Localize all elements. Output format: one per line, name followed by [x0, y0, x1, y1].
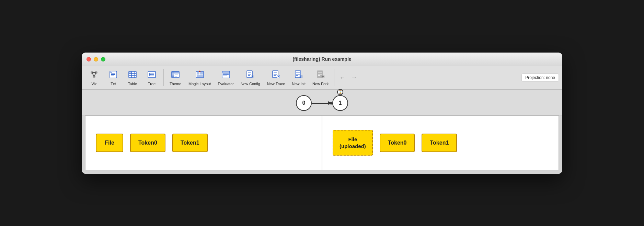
canvas-panel-left: File Token0 Token1: [85, 115, 322, 170]
txt-label: Txt: [111, 82, 116, 86]
arrow-right-button[interactable]: →: [349, 72, 359, 83]
canvas-panel-right: File(uploaded) Token0 Token1: [322, 115, 559, 170]
new-fork-icon: [316, 70, 325, 81]
svg-rect-29: [175, 76, 177, 77]
close-button[interactable]: [87, 57, 91, 61]
magic-layout-label: Magic Layout: [188, 82, 211, 86]
new-trace-label: New Trace: [267, 82, 285, 86]
main-window: (filesharing) Run example Viz: [82, 53, 562, 174]
new-config-label: New Config: [241, 82, 260, 86]
new-init-button[interactable]: i New Init: [289, 68, 308, 87]
svg-rect-32: [200, 72, 203, 75]
separator-2: [334, 69, 334, 86]
token-token1-left[interactable]: Token1: [172, 134, 208, 152]
token-file-right[interactable]: File(uploaded): [333, 130, 373, 156]
new-fork-label: New Fork: [312, 82, 329, 86]
state-node-1-wrapper: ⌛ 1: [332, 95, 348, 111]
theme-icon: [171, 70, 180, 81]
toolbar: Viz A Txt: [82, 66, 562, 90]
viz-label: Viz: [91, 82, 96, 86]
arrow-right-icon: →: [351, 74, 357, 81]
svg-marker-68: [328, 101, 332, 105]
token-token0-left[interactable]: Token0: [130, 134, 165, 152]
theme-label: Theme: [170, 82, 181, 86]
txt-button[interactable]: A Txt: [104, 68, 122, 87]
viz-icon: [89, 70, 99, 81]
state-node-1[interactable]: 1: [332, 95, 348, 111]
theme-button[interactable]: Theme: [166, 68, 184, 87]
token-token0-right[interactable]: Token0: [380, 134, 415, 152]
new-fork-button[interactable]: New Fork: [310, 68, 331, 87]
svg-text:i: i: [300, 76, 301, 78]
evaluator-icon: [221, 70, 231, 81]
tree-button[interactable]: Tree: [143, 68, 161, 87]
new-init-icon: i: [294, 70, 303, 81]
new-trace-button[interactable]: New Trace: [264, 68, 288, 87]
token-token1-right[interactable]: Token1: [422, 134, 457, 152]
tree-icon: [147, 70, 157, 81]
evaluator-button[interactable]: Evaluator: [215, 68, 236, 87]
traffic-lights: [87, 57, 105, 61]
svg-rect-16: [129, 71, 131, 74]
table-icon: [128, 70, 137, 81]
canvas-area: File Token0 Token1 File(uploaded) Token0…: [82, 115, 562, 174]
svg-text:A: A: [110, 71, 112, 73]
maximize-button[interactable]: [101, 57, 105, 61]
title-bar: (filesharing) Run example: [82, 53, 562, 66]
projection-badge[interactable]: Projection: none: [521, 74, 559, 82]
arrow-left-icon: ←: [339, 74, 345, 81]
state-diagram: 0 ⌛ 1: [82, 90, 562, 115]
state-nodes: 0 ⌛ 1: [296, 95, 348, 111]
minimize-button[interactable]: [94, 57, 98, 61]
tree-label: Tree: [148, 82, 156, 86]
svg-rect-31: [197, 72, 199, 75]
svg-rect-36: [222, 71, 230, 73]
table-label: Table: [128, 82, 137, 86]
token-file-left[interactable]: File: [96, 134, 123, 152]
txt-icon: A: [108, 70, 118, 81]
separator-1: [163, 69, 164, 86]
arrow-left-button[interactable]: ←: [337, 72, 347, 83]
evaluator-label: Evaluator: [218, 82, 233, 86]
viz-button[interactable]: Viz: [85, 68, 103, 87]
state-transition-arrow: [312, 100, 332, 106]
svg-point-34: [199, 71, 200, 72]
main-area: 0 ⌛ 1 F: [82, 90, 562, 174]
svg-rect-33: [197, 75, 203, 77]
svg-rect-28: [175, 75, 178, 75]
state-node-0[interactable]: 0: [296, 95, 312, 111]
window-title: (filesharing) Run example: [292, 56, 351, 62]
new-init-label: New Init: [292, 82, 306, 86]
svg-rect-26: [172, 75, 174, 76]
svg-rect-27: [172, 76, 174, 77]
magic-layout-button[interactable]: Magic Layout: [186, 68, 214, 87]
new-config-button[interactable]: New Config: [238, 68, 263, 87]
magic-layout-icon: [195, 70, 205, 81]
new-config-icon: [245, 70, 255, 81]
new-trace-icon: [271, 70, 281, 81]
table-button[interactable]: Table: [124, 68, 141, 87]
